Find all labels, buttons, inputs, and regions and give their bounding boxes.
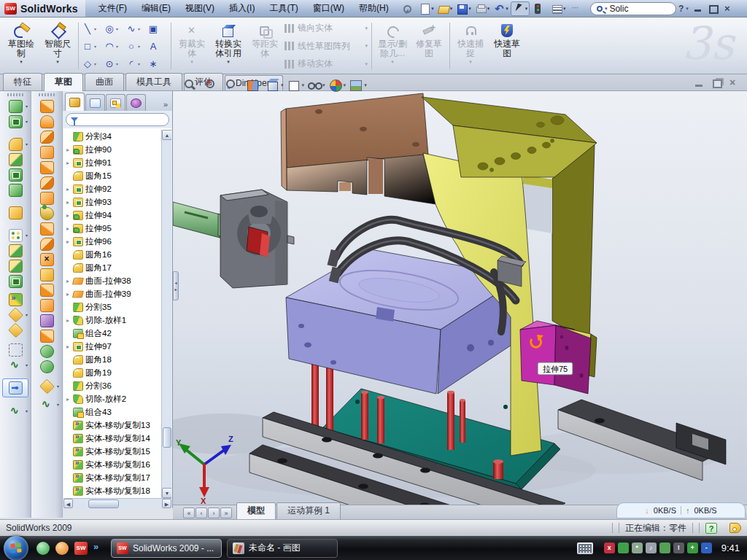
- move-copy-body-icon[interactable]: ▾: [3, 292, 28, 307]
- split-line-icon[interactable]: ▾: [34, 98, 59, 114]
- command-tab[interactable]: 模具工具: [125, 73, 182, 90]
- sketch-entity-button[interactable]: □▾: [81, 41, 103, 52]
- hide-show-items-icon[interactable]: ▾: [307, 78, 326, 93]
- save-icon[interactable]: ▾: [454, 1, 473, 16]
- sketch-entity-button[interactable]: ◠▾: [103, 41, 125, 52]
- expand-arrow-icon[interactable]: ▸: [65, 225, 71, 232]
- usb-device-icon[interactable]: [659, 542, 670, 553]
- options-icon[interactable]: ▾: [549, 1, 568, 16]
- configurationmanager-tab-icon[interactable]: [106, 94, 125, 111]
- media-icon[interactable]: [55, 542, 69, 555]
- edit-appearance-icon[interactable]: ▾: [328, 78, 347, 93]
- search-input[interactable]: Solic: [609, 4, 628, 14]
- print-icon[interactable]: ▾: [473, 1, 492, 16]
- open-icon[interactable]: ▾: [436, 1, 454, 16]
- scroll-thumb[interactable]: [88, 499, 119, 508]
- split-icon[interactable]: ▾: [3, 258, 28, 273]
- planar-surface-icon[interactable]: ▾: [34, 190, 59, 206]
- sketch-entity-button[interactable]: ∗▾: [147, 58, 169, 69]
- tree-item[interactable]: ▸ 实体-移动/复制14: [63, 432, 161, 445]
- tree-item[interactable]: ▸ 切除-放样1: [63, 314, 161, 327]
- move-face-icon[interactable]: ▾: [34, 378, 59, 394]
- taskbar-task-button[interactable]: SW SolidWorks 2009 - ...: [111, 539, 222, 558]
- menu-item[interactable]: 帮助(H): [352, 0, 396, 17]
- banana-surface-icon[interactable]: ▾: [34, 206, 59, 221]
- apply-scene-icon[interactable]: ▾: [349, 78, 368, 93]
- scroll-thumb[interactable]: [163, 427, 171, 448]
- taskbar-task-button[interactable]: 未命名 - 画图: [227, 539, 338, 558]
- draft-tool-icon[interactable]: ▾: [34, 114, 59, 129]
- draft-icon[interactable]: ▾: [3, 182, 28, 198]
- shut-off-surface-icon[interactable]: ▾: [34, 160, 59, 175]
- expand-arrow-icon[interactable]: ▸: [65, 317, 71, 324]
- view-orientation-icon[interactable]: ▾: [266, 78, 285, 93]
- command-tab[interactable]: 特征: [3, 73, 42, 90]
- tree-item[interactable]: ▸ 实体-移动/复制16: [63, 458, 161, 471]
- panel-splitter-handle[interactable]: ◂▸: [173, 271, 179, 300]
- expand-arrow-icon[interactable]: ▸: [65, 212, 71, 219]
- sketch-entity-button[interactable]: ○▾: [125, 41, 147, 52]
- tree-item[interactable]: ▸ 拉伸95: [63, 222, 161, 235]
- antivirus-alert-icon[interactable]: x: [604, 542, 615, 553]
- knit-surface-icon[interactable]: ▾: [34, 267, 59, 282]
- security-shield-icon[interactable]: [618, 542, 629, 553]
- doc-minimize-button[interactable]: [694, 79, 705, 88]
- menu-item[interactable]: 文件(F): [91, 0, 134, 17]
- expand-arrow-icon[interactable]: ▸: [65, 278, 71, 284]
- smart-dimension-button[interactable]: 智能尺 寸▾: [39, 20, 76, 72]
- sketch-entity-button[interactable]: ∿▾: [125, 23, 147, 34]
- menu-item[interactable]: 编辑(E): [134, 0, 178, 17]
- zoom-area-icon[interactable]: ▾: [204, 78, 222, 93]
- section-view-icon[interactable]: ▾: [245, 78, 264, 93]
- rebuild-icon[interactable]: ▾: [530, 1, 549, 16]
- expand-arrow-icon[interactable]: ▸: [65, 160, 71, 166]
- tree-item[interactable]: ▸ 拉伸93: [63, 195, 161, 209]
- select-icon[interactable]: ▾: [511, 1, 530, 16]
- language-bar-icon[interactable]: [577, 542, 593, 554]
- parting-surface-icon[interactable]: ▾: [34, 175, 59, 190]
- tooling-split-icon[interactable]: ▾: [34, 221, 59, 236]
- tree-item[interactable]: ▸ 拉伸96: [63, 235, 161, 248]
- menu-item[interactable]: 插入(I): [222, 0, 262, 17]
- model-short-red-pin[interactable]: [493, 459, 503, 479]
- cut-extrude-icon[interactable]: ▾: [3, 114, 28, 129]
- close-button[interactable]: ×: [722, 4, 732, 13]
- health-icon[interactable]: +: [687, 542, 698, 553]
- scroll-down-button[interactable]: ▼: [162, 488, 171, 498]
- delete-hole-icon[interactable]: ▾: [34, 252, 59, 267]
- search-caret-icon[interactable]: ▾: [605, 6, 608, 12]
- sketch-entity-button[interactable]: ◇▾: [81, 58, 103, 69]
- repair-sketch-button[interactable]: 修复草 图: [411, 20, 447, 72]
- sketch-entity-button[interactable]: ╲▾: [81, 23, 103, 34]
- combine-bodies-icon[interactable]: ▾: [3, 243, 28, 258]
- tree-item[interactable]: ▸ 拉伸94: [63, 209, 161, 222]
- model-top-plate[interactable]: [281, 93, 436, 204]
- sketch-entity-button[interactable]: ⊙▾: [103, 58, 125, 69]
- tree-item[interactable]: ▸ 实体-移动/复制13: [63, 419, 161, 432]
- tree-item[interactable]: ▸ 圆角15: [63, 169, 161, 182]
- tree-horizontal-scrollbar[interactable]: ◀ ▶: [63, 498, 171, 508]
- tree-item[interactable]: ▸ 拉伸91: [63, 156, 161, 169]
- sketch-entity-button[interactable]: ◎▾: [103, 23, 125, 34]
- trim-surface-icon[interactable]: ▾: [34, 282, 59, 298]
- start-button[interactable]: [4, 536, 28, 560]
- boss-extrude-icon[interactable]: ▾: [3, 98, 28, 114]
- tree-item[interactable]: ▸ 实体-移动/复制15: [63, 445, 161, 458]
- scroll-left-button[interactable]: ◀: [63, 499, 73, 508]
- split-body-icon[interactable]: ▾: [3, 273, 28, 289]
- tree-item[interactable]: ▸ 分割34: [63, 130, 161, 143]
- replace-face-icon[interactable]: ▾: [34, 328, 59, 343]
- minimize-button[interactable]: [693, 4, 703, 13]
- tree-item[interactable]: ▸ 分割36: [63, 379, 161, 392]
- curve-icon[interactable]: ▾: [3, 342, 28, 357]
- model-clamp-part[interactable]: [173, 190, 294, 288]
- more-commands-icon[interactable]: ⋯ ▾: [568, 1, 586, 16]
- display-style-icon[interactable]: ▾: [287, 78, 306, 93]
- radiate-surface-icon[interactable]: ▾: [34, 359, 59, 374]
- graphics-viewport[interactable]: Y Z X 拉伸75: [173, 91, 747, 505]
- prev-tab-button[interactable]: ‹: [196, 508, 207, 518]
- tree-item[interactable]: ▸ 圆角18: [63, 353, 161, 366]
- freeform-icon[interactable]: ▾: [34, 397, 59, 412]
- tree-item[interactable]: ▸ 实体-移动/复制18: [63, 484, 161, 497]
- last-tab-button[interactable]: »: [220, 508, 232, 518]
